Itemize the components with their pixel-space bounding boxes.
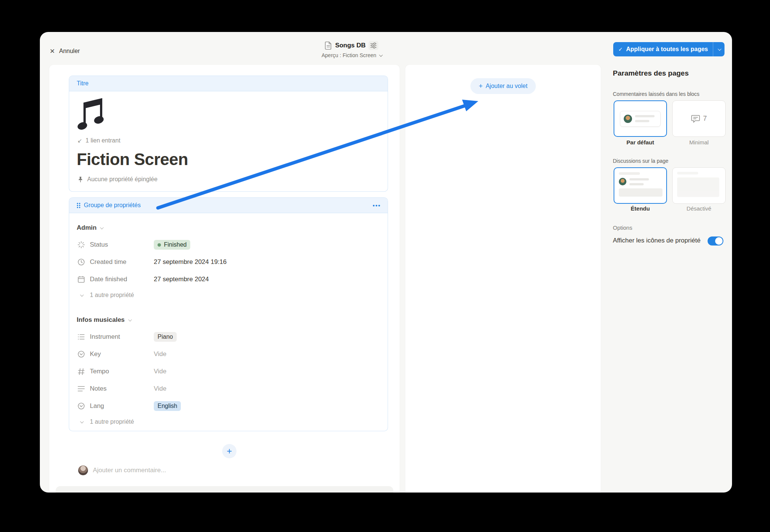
property-label: Instrument xyxy=(90,333,120,341)
property-row-date-finished[interactable]: Date finished 27 septembre 2024 xyxy=(77,271,380,288)
option-card-desactive[interactable] xyxy=(672,167,726,204)
property-icons-toggle-label: Afficher les icônes de propriété xyxy=(613,237,700,244)
discussion-disabled-mock xyxy=(673,168,725,203)
more-properties-label: 1 autre propriété xyxy=(90,292,134,299)
add-block-button[interactable]: + xyxy=(222,444,236,458)
apply-button-label: Appliquer à toutes les pages xyxy=(626,46,708,53)
comment-count-badge: 7 xyxy=(703,115,707,123)
document-title: Songs DB xyxy=(335,42,365,49)
property-row-tempo[interactable]: Tempo Vide xyxy=(77,363,380,380)
mock-avatar xyxy=(624,115,632,123)
discussion-preview-mock xyxy=(614,168,666,203)
option-label-etendu: Étendu xyxy=(614,205,667,212)
clock-icon xyxy=(77,258,86,266)
chevron-down-icon xyxy=(80,293,83,297)
lang-tag[interactable]: English xyxy=(154,401,181,411)
page-heading: Fiction Screen xyxy=(77,150,188,169)
sidebar-title: Paramètres des pages xyxy=(613,69,689,77)
chevron-down-icon xyxy=(128,318,132,321)
option-card-etendu[interactable] xyxy=(614,167,667,204)
status-value: Finished xyxy=(164,241,186,248)
select-icon xyxy=(77,402,86,410)
property-row-notes[interactable]: Notes Vide xyxy=(77,380,380,397)
backlink-arrow-icon: ↙ xyxy=(77,137,82,144)
group-header-infos-musicales[interactable]: Infos musicales xyxy=(77,312,131,327)
option-card-minimal[interactable]: 7 xyxy=(672,100,726,137)
pin-icon xyxy=(77,176,83,183)
select-icon xyxy=(77,350,86,358)
group-infos-label: Infos musicales xyxy=(77,316,125,324)
property-group-card[interactable]: Groupe de propriétés ••• Admin Status xyxy=(69,197,388,431)
option-card-par-defaut[interactable] xyxy=(614,100,667,137)
next-block-partial xyxy=(56,486,393,493)
more-properties-label: 1 autre propriété xyxy=(90,418,134,425)
cancel-button[interactable]: ✕ Annuler xyxy=(50,48,80,55)
backlink-count[interactable]: ↙ 1 lien entrant xyxy=(77,137,120,144)
lang-value: English xyxy=(158,403,177,409)
property-label: Date finished xyxy=(90,276,127,283)
property-row-lang[interactable]: Lang English xyxy=(77,397,380,415)
chevron-down-icon xyxy=(80,420,83,423)
property-group-label: Groupe de propriétés xyxy=(84,202,141,209)
document-title-block: Songs DB Aperçu : Fiction Screen xyxy=(321,41,382,59)
apply-all-pages-main[interactable]: ✓ Appliquer à toutes les pages xyxy=(613,42,713,56)
chevron-down-icon xyxy=(379,53,383,57)
property-icons-toggle[interactable] xyxy=(708,236,723,246)
property-row-status[interactable]: Status Finished xyxy=(77,236,380,253)
drag-handle-icon[interactable] xyxy=(77,203,80,208)
more-menu-button[interactable]: ••• xyxy=(373,198,381,213)
section-label-block-comments: Commentaires laissés dans les blocs xyxy=(613,91,699,97)
option-label-desactive: Désactivé xyxy=(672,205,726,212)
group-admin-label: Admin xyxy=(77,224,97,232)
screen: { "colors": { "accent": "#2383e2", "arro… xyxy=(0,0,770,532)
list-icon xyxy=(77,333,86,340)
more-properties-toggle[interactable]: 1 autre propriété xyxy=(77,288,134,302)
group-header-admin[interactable]: Admin xyxy=(77,220,103,235)
property-label: Tempo xyxy=(90,368,109,375)
title-section-label: Titre xyxy=(77,80,88,87)
plus-icon: + xyxy=(479,82,483,90)
comment-input[interactable]: Ajouter un commentaire... xyxy=(78,465,166,475)
property-value-empty: Vide xyxy=(154,368,167,375)
backlink-label: 1 lien entrant xyxy=(86,137,121,144)
chevron-down-icon xyxy=(717,47,721,51)
instrument-tag[interactable]: Piano xyxy=(154,332,177,342)
side-panel-preview-pane: + Ajouter au volet xyxy=(405,65,601,493)
add-to-pane-label: Ajouter au volet xyxy=(486,83,527,89)
property-group-header[interactable]: Groupe de propriétés ••• xyxy=(69,198,388,213)
music-notes-emoji-icon xyxy=(77,97,105,131)
property-row-created-time[interactable]: Created time 27 septembre 2024 19:16 xyxy=(77,253,380,271)
database-settings-button[interactable] xyxy=(369,41,379,50)
close-icon: ✕ xyxy=(50,48,55,55)
comment-bubble-icon xyxy=(691,115,700,123)
property-label: Created time xyxy=(90,258,126,266)
document-icon xyxy=(324,41,332,50)
option-label-par-defaut: Par défaut xyxy=(614,139,667,146)
preview-selector-label: Aperçu : Fiction Screen xyxy=(321,52,376,58)
property-value: 27 septembre 2024 19:16 xyxy=(154,258,227,266)
pinned-properties-label: Aucune propriété épinglée xyxy=(87,176,158,183)
property-row-key[interactable]: Key Vide xyxy=(77,346,380,363)
check-icon: ✓ xyxy=(618,46,623,52)
pinned-properties-note: Aucune propriété épinglée xyxy=(77,176,158,183)
add-to-pane-button[interactable]: + Ajouter au volet xyxy=(470,78,536,94)
calendar-icon xyxy=(77,276,86,283)
property-row-instrument[interactable]: Instrument Piano xyxy=(77,328,380,346)
more-properties-toggle[interactable]: 1 autre propriété xyxy=(77,415,134,429)
property-value-empty: Vide xyxy=(154,385,167,393)
user-avatar xyxy=(78,465,88,475)
title-section-card[interactable]: Titre ↙ 1 lien entrant Fiction Screen xyxy=(69,76,388,192)
status-icon xyxy=(77,241,86,249)
status-pill[interactable]: Finished xyxy=(154,240,190,250)
status-dot-icon xyxy=(158,243,161,247)
instrument-value: Piano xyxy=(158,333,173,340)
title-section-header[interactable]: Titre xyxy=(69,76,388,91)
mock-avatar xyxy=(619,178,626,185)
preview-selector[interactable]: Aperçu : Fiction Screen xyxy=(321,51,382,59)
section-label-page-discussions: Discussions sur la page xyxy=(613,158,668,164)
apply-dropdown-button[interactable] xyxy=(713,42,725,56)
apply-all-pages-button[interactable]: ✓ Appliquer à toutes les pages xyxy=(613,42,725,56)
sliders-icon xyxy=(370,42,377,49)
text-lines-icon xyxy=(77,386,86,392)
property-label: Status xyxy=(90,241,108,249)
